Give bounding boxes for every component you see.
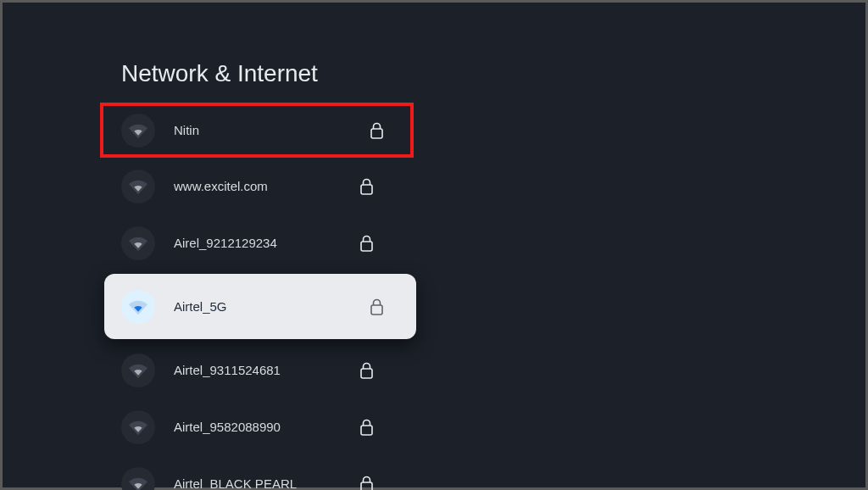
- lock-icon-wrap: [359, 476, 374, 491]
- wifi-item-airtel5g[interactable]: Airtel_5G: [104, 274, 416, 339]
- lock-icon-wrap: [359, 362, 374, 379]
- lock-icon: [370, 122, 384, 139]
- lock-icon: [359, 362, 374, 379]
- wifi-icon: [129, 298, 147, 316]
- lock-icon: [359, 476, 374, 491]
- wifi-icon-circle: [121, 467, 155, 491]
- lock-icon-wrap: [370, 298, 384, 315]
- network-settings-panel: Network & Internet Nitin: [3, 3, 501, 487]
- wifi-name-label: Airtel_BLACK PEARL: [174, 476, 501, 490]
- wifi-icon-circle: [121, 114, 155, 148]
- svg-rect-4: [361, 369, 372, 378]
- wifi-icon: [129, 234, 147, 253]
- wifi-network-list: Nitin www.excitel.com: [3, 103, 501, 490]
- wifi-icon-circle: [121, 170, 155, 203]
- wifi-item-excitel[interactable]: www.excitel.com: [3, 158, 501, 214]
- wifi-icon: [129, 475, 147, 491]
- svg-rect-0: [371, 129, 382, 138]
- wifi-name-label: Airel_9212129234: [174, 236, 501, 250]
- wifi-item-airtel931[interactable]: Airtel_9311524681: [3, 342, 501, 398]
- lock-icon-wrap: [359, 178, 374, 195]
- lock-icon: [359, 419, 374, 436]
- wifi-item-blackpearl[interactable]: Airtel_BLACK PEARL: [3, 455, 501, 490]
- wifi-icon: [129, 177, 147, 196]
- page-title: Network & Internet: [3, 3, 501, 103]
- lock-icon-wrap: [359, 235, 374, 252]
- svg-rect-3: [371, 305, 382, 315]
- details-panel: [501, 3, 865, 487]
- svg-rect-2: [361, 242, 372, 251]
- wifi-item-airtel958[interactable]: Airtel_9582088990: [3, 398, 501, 455]
- lock-icon: [359, 178, 374, 195]
- lock-icon: [370, 298, 384, 315]
- wifi-icon-circle: [121, 290, 155, 324]
- wifi-icon: [129, 361, 147, 380]
- lock-icon: [359, 235, 374, 252]
- svg-rect-6: [361, 482, 372, 491]
- svg-rect-1: [361, 185, 372, 194]
- lock-icon-wrap: [359, 419, 374, 436]
- wifi-name-label: Airtel_9582088990: [174, 420, 501, 434]
- wifi-name-label: Airtel_9311524681: [174, 363, 501, 377]
- wifi-item-nitin[interactable]: Nitin: [100, 103, 414, 158]
- wifi-icon-circle: [121, 226, 155, 260]
- wifi-icon-circle: [121, 410, 155, 444]
- wifi-icon: [129, 418, 147, 437]
- wifi-icon-circle: [121, 354, 155, 387]
- wifi-name-label: www.excitel.com: [174, 179, 501, 193]
- lock-icon-wrap: [370, 122, 384, 139]
- svg-rect-5: [361, 426, 372, 435]
- wifi-icon: [129, 121, 147, 140]
- wifi-item-airel921[interactable]: Airel_9212129234: [3, 214, 501, 271]
